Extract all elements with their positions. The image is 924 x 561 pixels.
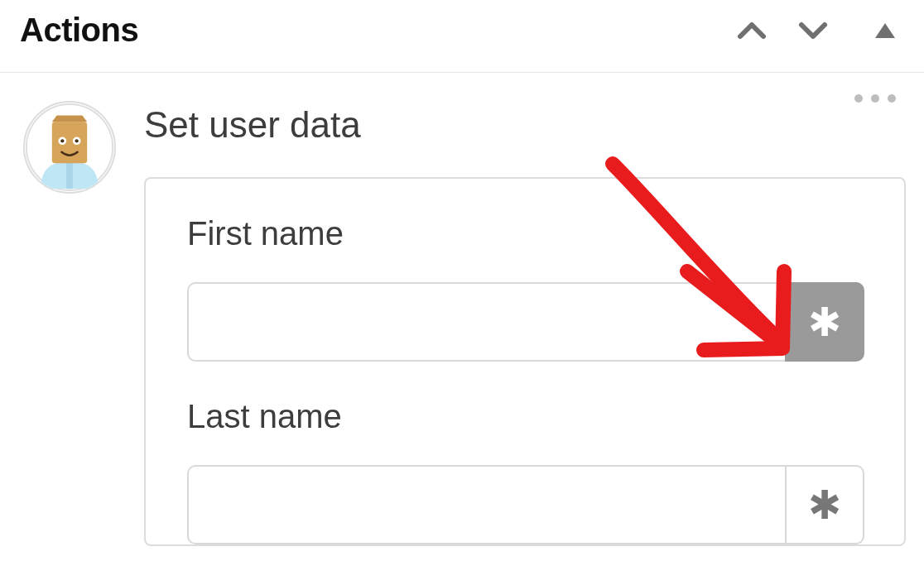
- action-block: Set user data First name ✱ Last name ✱: [0, 73, 924, 546]
- svg-marker-4: [52, 115, 87, 122]
- chevron-down-icon[interactable]: [795, 12, 831, 49]
- last-name-row: ✱: [187, 465, 864, 544]
- dot-icon: [871, 94, 879, 103]
- last-name-input[interactable]: [187, 465, 785, 544]
- avatar-wrap: [23, 101, 123, 546]
- actions-title: Actions: [20, 12, 138, 49]
- action-section: Set user data First name ✱ Last name ✱: [123, 101, 906, 546]
- ellipsis-icon[interactable]: [854, 94, 896, 103]
- svg-rect-3: [52, 122, 87, 163]
- asterisk-icon: ✱: [808, 299, 841, 345]
- first-name-asterisk-button[interactable]: ✱: [785, 282, 864, 362]
- last-name-asterisk-button[interactable]: ✱: [785, 465, 864, 544]
- first-name-input[interactable]: [187, 282, 785, 362]
- svg-rect-2: [66, 161, 73, 189]
- user-avatar: [23, 101, 116, 194]
- svg-marker-0: [875, 23, 895, 38]
- dot-icon: [854, 94, 863, 103]
- first-name-label: First name: [187, 215, 864, 252]
- dot-icon: [888, 94, 896, 103]
- actions-header: Actions: [0, 0, 924, 73]
- asterisk-icon: ✱: [808, 482, 841, 528]
- fields-panel: First name ✱ Last name ✱: [144, 177, 906, 546]
- chevron-up-icon[interactable]: [734, 12, 770, 49]
- svg-point-8: [75, 139, 79, 142]
- svg-point-7: [60, 139, 64, 142]
- last-name-label: Last name: [187, 398, 864, 435]
- header-controls: [734, 12, 904, 49]
- first-name-row: ✱: [187, 282, 864, 362]
- action-title: Set user data: [144, 104, 906, 146]
- triangle-up-icon[interactable]: [873, 18, 898, 43]
